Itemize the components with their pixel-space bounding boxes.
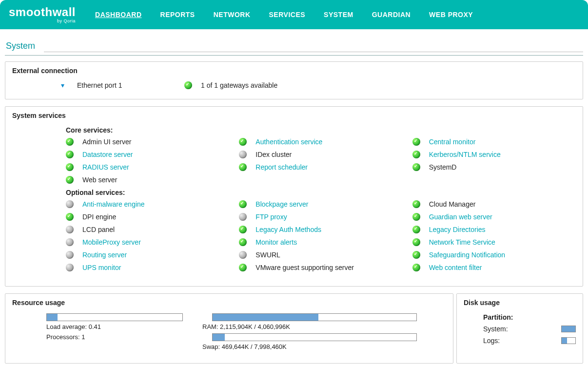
status-ok-icon [412,213,420,221]
service-item: VMware guest supporting server [239,264,402,271]
service-item: Safeguarding Notification [412,251,576,259]
service-name: Cloud Manager [429,200,476,208]
partition-heading: Partition: [483,313,576,321]
service-item: Web server [66,176,229,184]
status-ok-icon [412,226,420,233]
service-item: FTP proxy [239,213,402,221]
service-name[interactable]: Anti-malware engine [82,200,145,208]
status-ok-icon [412,138,420,146]
service-name[interactable]: Network Time Service [429,238,495,246]
service-name: SWURL [255,251,280,259]
service-name[interactable]: Central monitor [429,138,476,146]
service-name: Admin UI server [82,138,131,146]
disk-row: System: [483,325,576,333]
processors-text: Processors: 1 [46,333,183,341]
service-name[interactable]: Kerberos/NTLM service [429,151,501,158]
status-ok-icon [412,200,420,208]
status-off-icon [239,151,247,158]
status-ok-icon [239,226,247,233]
page-title: System [5,34,583,56]
service-item: Blockpage server [239,200,402,208]
service-item: LCD panel [66,226,229,233]
status-ok-icon [184,81,192,89]
service-name: SystemD [429,163,457,171]
nav-system[interactable]: SYSTEM [324,11,353,19]
nav-network[interactable]: NETWORK [214,11,251,19]
brand-logo: smoothwall by Qoria [9,6,76,23]
service-item: Routing server [66,251,229,259]
service-name[interactable]: Safeguarding Notification [429,251,505,259]
chevron-down-icon[interactable]: ▾ [61,81,64,89]
resource-usage-panel: Resource usage Load average: 0.41 Proces… [5,293,453,364]
brand-name: smoothwall [9,6,76,18]
service-item: Anti-malware engine [66,200,229,208]
ram-text: RAM: 2,115,904K / 4,060,996K [202,323,417,330]
disk-bar [561,326,576,332]
service-name[interactable]: RADIUS server [82,163,129,171]
system-services-title: System services [12,112,576,119]
service-name[interactable]: Datastore server [82,151,133,158]
top-nav: smoothwall by Qoria DASHBOARDREPORTSNETW… [0,0,588,29]
status-off-icon [66,200,74,208]
status-ok-icon [412,251,420,259]
optional-services-grid: Anti-malware engineBlockpage serverCloud… [12,200,576,271]
nav-items: DASHBOARDREPORTSNETWORKSERVICESSYSTEMGUA… [95,11,473,19]
nav-services[interactable]: SERVICES [269,11,306,19]
disk-row-label: System: [483,325,508,333]
disk-bar [561,337,576,344]
status-ok-icon [412,264,420,271]
service-name[interactable]: Legacy Directories [429,226,486,233]
service-item: Web content filter [412,264,576,271]
service-name[interactable]: Legacy Auth Methods [255,226,321,233]
service-item: Report scheduler [239,163,402,171]
disk-usage-panel: Disk usage Partition: System:Logs: [456,293,583,364]
nav-reports[interactable]: REPORTS [160,11,195,19]
service-name[interactable]: Web content filter [429,264,482,271]
status-ok-icon [239,238,247,246]
status-off-icon [66,251,74,259]
service-name[interactable]: Report scheduler [255,163,308,171]
service-name[interactable]: Blockpage server [255,200,308,208]
service-name[interactable]: Authentication service [255,138,322,146]
service-item: MobileProxy server [66,238,229,246]
core-services-heading: Core services: [12,126,576,134]
service-name: Web server [82,176,117,184]
service-name[interactable]: MobileProxy server [82,238,141,246]
service-item: Legacy Directories [412,226,576,233]
service-item: Cloud Manager [412,200,576,208]
service-item: Admin UI server [66,138,229,146]
service-name[interactable]: FTP proxy [255,213,287,221]
service-item: Network Time Service [412,238,576,246]
status-ok-icon [239,163,247,171]
service-name[interactable]: Guardian web server [429,213,492,221]
optional-services-heading: Optional services: [12,189,576,196]
connection-status-text: 1 of 1 gateways available [201,81,277,89]
service-item: Legacy Auth Methods [239,226,402,233]
service-name[interactable]: Routing server [82,251,127,259]
core-services-grid: Admin UI serverAuthentication serviceCen… [12,138,576,184]
service-item: IDex cluster [239,151,402,158]
brand-sub: by Qoria [57,19,76,23]
status-ok-icon [66,138,74,146]
service-name: VMware guest supporting server [255,264,354,271]
status-off-icon [66,238,74,246]
service-name: IDex cluster [255,151,292,158]
service-item: RADIUS server [66,163,229,171]
nav-web-proxy[interactable]: WEB PROXY [429,11,473,19]
disk-row: Logs: [483,337,576,345]
service-item: Authentication service [239,138,402,146]
service-name[interactable]: Monitor alerts [255,238,297,246]
service-item: Central monitor [412,138,576,146]
status-ok-icon [412,238,420,246]
system-services-panel: System services Core services: Admin UI … [5,106,583,287]
nav-dashboard[interactable]: DASHBOARD [95,11,142,19]
ram-bar [212,313,417,321]
service-name: LCD panel [82,226,115,233]
service-item: Datastore server [66,151,229,158]
status-off-icon [66,226,74,233]
status-ok-icon [412,151,420,158]
swap-text: Swap: 469,644K / 7,998,460K [202,343,417,350]
external-connection-title: External connection [12,67,576,75]
nav-guardian[interactable]: GUARDIAN [372,11,411,19]
service-name[interactable]: UPS monitor [82,264,121,271]
